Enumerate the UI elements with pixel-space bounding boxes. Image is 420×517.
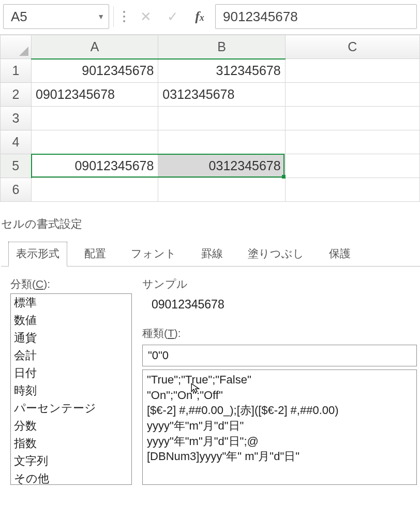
cell-C5[interactable] [285, 154, 419, 178]
cell-A1[interactable]: 9012345678 [32, 59, 158, 83]
format-cells-dialog: セルの書式設定 表示形式 配置 フォント 罫線 塗りつぶし 保護 分類(C): … [0, 212, 420, 487]
type-list-item[interactable]: [$€-2] #,##0.00_);[赤]([$€-2] #,##0.00) [147, 403, 412, 418]
cell-A3[interactable] [32, 107, 158, 130]
type-input-value: "0"0 [148, 349, 169, 362]
col-header-A[interactable]: A [32, 35, 158, 59]
cell-A4[interactable] [32, 130, 158, 154]
type-list-item[interactable]: "On";"On";"Off" [147, 388, 412, 403]
tab-alignment[interactable]: 配置 [77, 242, 114, 267]
cell-B1[interactable]: 312345678 [158, 59, 285, 83]
row-header-2[interactable]: 2 [1, 83, 32, 107]
divider [113, 6, 114, 27]
cell-A2[interactable]: 09012345678 [32, 83, 158, 107]
row-header-5[interactable]: 5 [1, 154, 32, 178]
name-box-value: A5 [11, 9, 27, 25]
cell-C6[interactable] [285, 178, 419, 202]
row-header-3[interactable]: 3 [1, 107, 32, 130]
cell-A6[interactable] [32, 178, 158, 202]
category-item[interactable]: 通貨 [11, 329, 131, 347]
cell-B6[interactable] [158, 178, 285, 202]
category-item[interactable]: 日付 [11, 364, 131, 382]
chevron-down-icon[interactable]: ▼ [97, 12, 104, 21]
kebab-icon[interactable] [118, 11, 130, 22]
category-item[interactable]: 標準 [11, 294, 131, 312]
enter-icon[interactable]: ✓ [161, 6, 184, 27]
dialog-title: セルの書式設定 [1, 214, 420, 241]
type-label: 種類(T): [142, 326, 417, 341]
category-label: 分類(C): [10, 277, 132, 291]
cell-C3[interactable] [285, 107, 419, 130]
dialog-tabs: 表示形式 配置 フォント 罫線 塗りつぶし 保護 [1, 241, 420, 267]
cell-B5[interactable]: 0312345678 [158, 154, 285, 178]
formula-value: 9012345678 [223, 9, 298, 25]
category-item[interactable]: 指数 [11, 435, 131, 452]
category-item[interactable]: パーセンテージ [11, 400, 131, 417]
spreadsheet-grid[interactable]: A B C 1 9012345678 312345678 2 090123456… [0, 35, 420, 202]
row-header-6[interactable]: 6 [1, 178, 32, 202]
cell-C1[interactable] [285, 59, 419, 83]
mouse-cursor-icon [190, 382, 202, 394]
category-item[interactable]: その他 [11, 470, 131, 485]
category-item[interactable]: 分数 [11, 417, 131, 435]
category-item[interactable]: 数値 [11, 312, 131, 329]
tab-number-format[interactable]: 表示形式 [8, 242, 67, 267]
type-list-item[interactable]: [DBNum3]yyyy"年" m"月"d"日" [147, 449, 412, 464]
cancel-icon[interactable]: ✕ [134, 6, 157, 27]
sample-label: サンプル [142, 277, 417, 291]
type-input[interactable]: "0"0 [142, 345, 417, 366]
col-header-B[interactable]: B [158, 35, 285, 59]
type-list-item[interactable]: "True";"True";"False" [147, 372, 412, 388]
type-list-item[interactable]: yyyy"年"m"月"d"日" [147, 418, 412, 434]
category-item[interactable]: 時刻 [11, 382, 131, 400]
cell-B4[interactable] [158, 130, 285, 154]
fx-icon[interactable]: fx [188, 6, 211, 27]
type-list[interactable]: "True";"True";"False""On";"On";"Off"[$€-… [142, 370, 417, 485]
cell-C2[interactable] [285, 83, 419, 107]
cell-B3[interactable] [158, 107, 285, 130]
row-header-4[interactable]: 4 [1, 130, 32, 154]
tab-border[interactable]: 罫線 [193, 242, 231, 267]
cell-A5[interactable]: 09012345678 [32, 154, 158, 178]
tab-fill[interactable]: 塗りつぶし [240, 242, 312, 267]
select-all-corner[interactable] [1, 35, 32, 59]
name-box[interactable]: A5 ▼ [3, 4, 109, 29]
sheet-area: A B C 1 9012345678 312345678 2 090123456… [0, 35, 420, 202]
category-item[interactable]: 会計 [11, 347, 131, 364]
formula-input[interactable]: 9012345678 [215, 4, 417, 29]
cell-C4[interactable] [285, 130, 419, 154]
col-header-C[interactable]: C [285, 35, 419, 59]
category-list[interactable]: 標準数値通貨会計日付時刻パーセンテージ分数指数文字列その他ユーザー定義 [10, 293, 132, 485]
type-list-item[interactable]: yyyy"年"m"月"d"日";@ [147, 434, 412, 449]
cell-B2[interactable]: 0312345678 [158, 83, 285, 107]
row-header-1[interactable]: 1 [1, 59, 32, 83]
tab-font[interactable]: フォント [123, 242, 184, 267]
sample-value: 09012345678 [142, 294, 417, 321]
formula-bar: A5 ▼ ✕ ✓ fx 9012345678 [0, 0, 420, 35]
tab-protection[interactable]: 保護 [321, 242, 358, 267]
category-item[interactable]: 文字列 [11, 452, 131, 470]
